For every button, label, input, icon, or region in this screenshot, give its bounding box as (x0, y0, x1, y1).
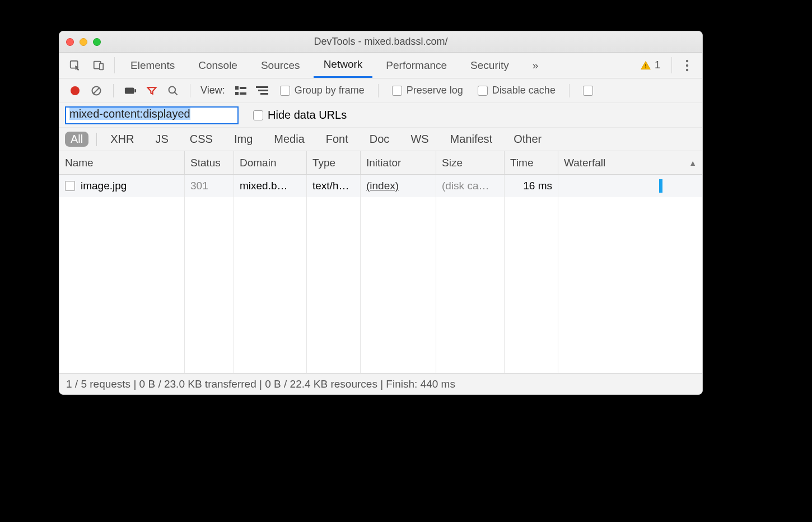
type-doc[interactable]: Doc (364, 132, 395, 147)
svg-rect-16 (240, 87, 246, 89)
initiator-link: (index) (366, 180, 399, 192)
table-row[interactable]: image.jpg 301 mixed.b… text/h… (index) (… (59, 175, 702, 197)
col-status[interactable]: Status (185, 151, 234, 174)
hide-data-urls-label: Hide data URLs (268, 109, 347, 122)
window-controls (66, 38, 101, 46)
screenshot-icon[interactable] (122, 82, 139, 100)
warning-count: 1 (655, 59, 660, 71)
tab-sources[interactable]: Sources (251, 53, 310, 78)
tab-security[interactable]: Security (460, 53, 519, 78)
titlebar: DevTools - mixed.badssl.com/ (59, 31, 702, 53)
svg-line-10 (94, 88, 99, 94)
type-manifest[interactable]: Manifest (445, 132, 498, 147)
filter-value: mixed-content:displayed (69, 108, 190, 120)
type-js[interactable]: JS (150, 132, 174, 147)
sort-asc-icon: ▲ (689, 159, 697, 167)
checkbox-icon (583, 86, 593, 96)
preserve-log-checkbox[interactable]: Preserve log (386, 85, 469, 96)
svg-rect-21 (260, 93, 268, 95)
kebab-menu-icon[interactable] (678, 53, 697, 78)
svg-rect-18 (240, 92, 246, 95)
svg-rect-20 (258, 90, 268, 91)
cell-size: (disk ca… (436, 175, 505, 197)
col-domain[interactable]: Domain (234, 151, 307, 174)
warnings-badge[interactable]: 1 (634, 53, 666, 78)
minimize-window-button[interactable] (80, 38, 87, 46)
col-waterfall-label: Waterfall (564, 157, 605, 169)
requests-table: Name Status Domain Type Initiator Size T… (59, 151, 702, 373)
svg-point-5 (686, 59, 688, 62)
device-toggle-icon[interactable] (88, 53, 109, 78)
network-toolbar: View: Group by frame Preserve log Disabl… (59, 78, 702, 103)
group-by-frame-label: Group by frame (295, 85, 365, 96)
cell-domain: mixed.b… (234, 175, 307, 197)
tabs-overflow-button[interactable]: » (522, 53, 549, 78)
view-label: View: (200, 85, 225, 96)
checkbox-icon (253, 110, 263, 120)
status-bar: 1 / 5 requests | 0 B / 23.0 KB transferr… (59, 373, 702, 394)
type-media[interactable]: Media (268, 132, 310, 147)
type-img[interactable]: Img (228, 132, 258, 147)
status-text: 1 / 5 requests | 0 B / 23.0 KB transferr… (66, 378, 455, 390)
record-button[interactable] (66, 82, 84, 100)
cell-type: text/h… (307, 175, 361, 197)
col-size[interactable]: Size (436, 151, 505, 174)
large-rows-icon[interactable] (232, 82, 250, 100)
table-header: Name Status Domain Type Initiator Size T… (59, 151, 702, 175)
close-window-button[interactable] (66, 38, 74, 46)
col-initiator[interactable]: Initiator (361, 151, 436, 174)
filter-icon[interactable] (143, 82, 161, 100)
svg-rect-4 (645, 67, 646, 68)
warning-icon (640, 60, 651, 71)
filter-input[interactable]: mixed-content:displayed (65, 106, 239, 124)
svg-rect-2 (100, 63, 103, 69)
panel-tabbar: Elements Console Sources Network Perform… (59, 53, 702, 78)
tab-elements[interactable]: Elements (120, 53, 185, 78)
maximize-window-button[interactable] (93, 38, 101, 46)
svg-rect-19 (256, 86, 268, 88)
col-type[interactable]: Type (307, 151, 361, 174)
checkbox-icon (392, 86, 402, 96)
checkbox-icon (478, 86, 488, 96)
resource-type-filter: All XHR JS CSS Img Media Font Doc WS Man… (59, 128, 702, 151)
svg-rect-3 (645, 64, 646, 66)
type-font[interactable]: Font (320, 132, 354, 147)
type-all[interactable]: All (65, 132, 88, 147)
type-css[interactable]: CSS (184, 132, 218, 147)
svg-point-6 (686, 64, 688, 66)
request-name: image.jpg (81, 180, 127, 192)
table-empty-area (59, 197, 702, 373)
devtools-window: DevTools - mixed.badssl.com/ Elements Co… (59, 31, 703, 395)
cell-time: 16 ms (505, 175, 558, 197)
waterfall-bar (659, 179, 662, 193)
svg-rect-11 (125, 87, 134, 94)
svg-rect-12 (134, 89, 136, 92)
type-xhr[interactable]: XHR (105, 132, 139, 147)
svg-point-13 (169, 86, 176, 93)
tab-network[interactable]: Network (314, 53, 373, 78)
col-waterfall[interactable]: Waterfall ▲ (558, 151, 702, 174)
type-ws[interactable]: WS (405, 132, 434, 147)
tab-performance[interactable]: Performance (376, 53, 457, 78)
clear-button[interactable] (87, 82, 105, 100)
preserve-log-label: Preserve log (407, 85, 463, 96)
type-other[interactable]: Other (508, 132, 547, 147)
search-icon[interactable] (164, 82, 182, 100)
filter-bar: mixed-content:displayed Hide data URLs (59, 103, 702, 128)
tab-console[interactable]: Console (188, 53, 248, 78)
offline-checkbox-partial[interactable] (577, 86, 593, 96)
svg-rect-17 (235, 92, 239, 95)
inspect-element-icon[interactable] (65, 53, 85, 78)
col-name[interactable]: Name (59, 151, 185, 174)
overview-icon[interactable] (253, 82, 271, 100)
group-by-frame-checkbox[interactable]: Group by frame (274, 85, 370, 96)
disable-cache-checkbox[interactable]: Disable cache (472, 85, 561, 96)
file-icon (65, 181, 75, 191)
svg-point-7 (686, 68, 688, 71)
hide-data-urls-checkbox[interactable]: Hide data URLs (248, 109, 352, 122)
disable-cache-label: Disable cache (492, 85, 556, 96)
cell-initiator[interactable]: (index) (361, 175, 436, 197)
col-time[interactable]: Time (505, 151, 558, 174)
table-body: image.jpg 301 mixed.b… text/h… (index) (… (59, 175, 702, 373)
svg-point-8 (71, 86, 80, 95)
